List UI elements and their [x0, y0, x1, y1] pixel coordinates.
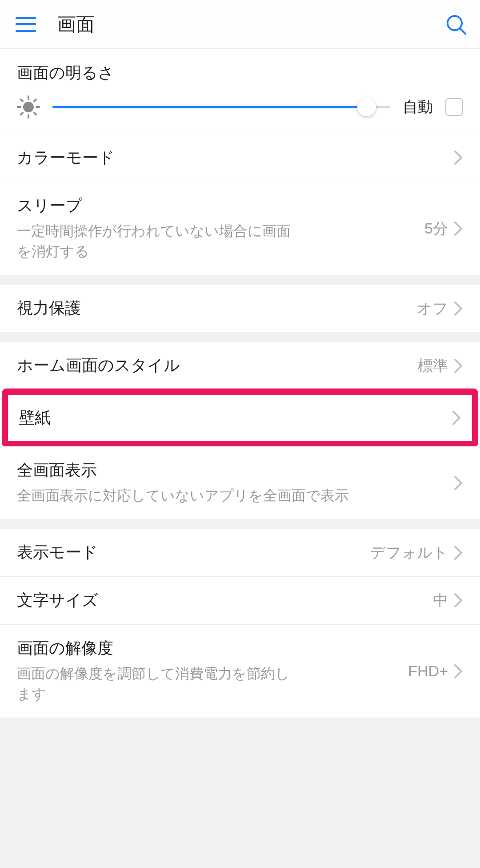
- brightness-controls: 自動: [17, 95, 463, 119]
- row-desc: 全画面表示に対応していないアプリを全画面で表示: [17, 485, 453, 506]
- svg-line-7: [21, 99, 23, 101]
- text-size-row[interactable]: 文字サイズ 中: [0, 576, 480, 624]
- slider-fill: [52, 106, 367, 108]
- auto-brightness-label: 自動: [403, 97, 433, 117]
- row-title: カラーモード: [17, 147, 453, 168]
- row-desc: 一定時間操作が行われていない場合に画面を消灯する: [17, 221, 301, 262]
- row-value: 標準: [418, 356, 448, 376]
- eye-comfort-row[interactable]: 視力保護 オフ: [0, 285, 480, 332]
- row-title: 文字サイズ: [17, 590, 433, 611]
- svg-line-8: [34, 113, 36, 115]
- group-display: 画面の明るさ 自動: [0, 49, 480, 275]
- chevron-right-icon: [453, 592, 463, 608]
- wallpaper-row[interactable]: 壁紙: [8, 395, 472, 441]
- auto-brightness-checkbox[interactable]: [445, 98, 463, 116]
- page-title: 画面: [57, 12, 95, 37]
- slider-thumb[interactable]: [357, 98, 376, 116]
- brightness-low-icon: [17, 95, 40, 119]
- search-button[interactable]: [445, 14, 467, 35]
- group-eye: 視力保護 オフ: [0, 285, 480, 332]
- brightness-row: 画面の明るさ 自動: [0, 49, 480, 134]
- svg-line-10: [21, 113, 23, 115]
- sleep-row[interactable]: スリープ 一定時間操作が行われていない場合に画面を消灯する 5分: [0, 182, 480, 275]
- chevron-right-icon: [453, 475, 463, 491]
- row-title: 画面の解像度: [17, 638, 408, 659]
- svg-point-2: [23, 102, 34, 112]
- chevron-right-icon: [453, 301, 463, 317]
- row-value: FHD+: [408, 662, 448, 680]
- row-title: 全画面表示: [17, 460, 453, 481]
- svg-line-1: [460, 28, 465, 34]
- resolution-row[interactable]: 画面の解像度 画面の解像度を調節して消費電力を節約します FHD+: [0, 624, 480, 718]
- home-style-row[interactable]: ホーム画面のスタイル 標準: [0, 342, 480, 389]
- chevron-right-icon: [453, 150, 463, 166]
- settings-content: 画面の明るさ 自動: [0, 49, 480, 868]
- chevron-right-icon: [453, 545, 463, 561]
- row-title: ホーム画面のスタイル: [17, 355, 418, 376]
- row-title: 壁紙: [19, 408, 452, 428]
- fullscreen-row[interactable]: 全画面表示 全画面表示に対応していないアプリを全画面で表示: [0, 446, 480, 519]
- app-header: 画面: [0, 0, 480, 49]
- row-value: デフォルト: [370, 543, 448, 563]
- view-mode-row[interactable]: 表示モード デフォルト: [0, 529, 480, 576]
- search-icon: [445, 14, 467, 35]
- group-home: ホーム画面のスタイル 標準 壁紙 全画面表示 全画面表示に対応していないアプリを…: [0, 342, 480, 519]
- svg-line-9: [34, 99, 36, 101]
- brightness-slider[interactable]: [52, 98, 390, 116]
- row-value: 中: [433, 590, 448, 610]
- brightness-title: 画面の明るさ: [17, 62, 463, 84]
- color-mode-row[interactable]: カラーモード: [0, 134, 480, 182]
- row-title: 表示モード: [17, 542, 370, 563]
- row-title: スリープ: [17, 195, 424, 216]
- group-text: 表示モード デフォルト 文字サイズ 中 画面の解像度 画面の解像度を調節して消費…: [0, 529, 480, 717]
- row-value: オフ: [417, 298, 448, 319]
- chevron-right-icon: [453, 221, 463, 237]
- row-title: 視力保護: [17, 298, 417, 319]
- chevron-right-icon: [452, 410, 461, 426]
- row-desc: 画面の解像度を調節して消費電力を節約します: [17, 663, 301, 705]
- wallpaper-highlight: 壁紙: [2, 388, 478, 447]
- chevron-right-icon: [453, 358, 463, 374]
- chevron-right-icon: [453, 663, 463, 679]
- row-value: 5分: [424, 218, 448, 239]
- menu-icon[interactable]: [16, 17, 36, 32]
